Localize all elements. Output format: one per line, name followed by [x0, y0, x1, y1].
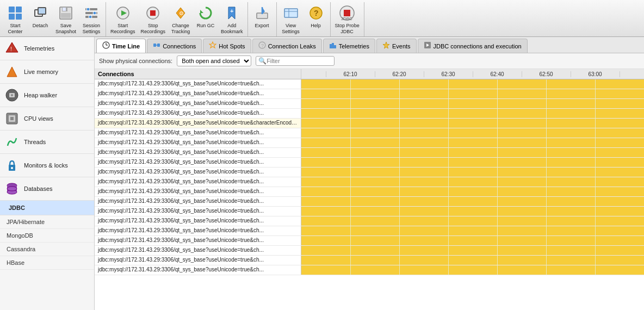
conn-bar [301, 148, 644, 157]
table-row[interactable]: jdbc:mysql://172.31.43.29:3306/qt_sys_ba… [95, 226, 644, 236]
session-settings-label: SessionSettings [83, 23, 101, 35]
time-marker-1: 62:10 [326, 71, 375, 77]
view-settings-button[interactable]: ViewSettings [279, 3, 303, 36]
svg-text:?: ? [314, 9, 319, 17]
sidebar-item-jpa-hibernate[interactable]: JPA/Hibernate [0, 215, 94, 229]
sidebar-item-live-memory[interactable]: Live memory [0, 60, 94, 84]
sidebar-telemetries-label: Telemetries [24, 45, 54, 52]
filter-select[interactable]: Both open and closed Open only Closed on… [177, 55, 251, 66]
time-marker-4: 62:40 [473, 71, 522, 77]
conn-bar-area [301, 197, 644, 206]
sidebar-mongodb-label: MongoDB [7, 232, 33, 239]
tab-hot-spots[interactable]: Hot Spots [203, 39, 251, 53]
tabs-bar: Time Line Connections Ho [95, 37, 644, 53]
tab-connections[interactable]: Connections [147, 39, 202, 53]
jdbc-exec-tab-icon [424, 41, 431, 51]
table-row[interactable]: jdbc:mysql://172.31.43.29:3306/qt_sys_ba… [95, 89, 644, 99]
table-row[interactable]: jdbc:mysql://172.31.43.29:3306/qt_sys_ba… [95, 177, 644, 187]
conn-bar [301, 226, 644, 235]
stop-recordings-button[interactable]: StopRecordings [139, 3, 168, 36]
table-row[interactable]: jdbc:mysql://172.31.43.29:3306/qt_sys_ba… [95, 128, 644, 138]
table-row[interactable]: jdbc:mysql://172.31.43.29:3306/qt_sys_ba… [95, 197, 644, 207]
svg-marker-57 [209, 42, 216, 48]
toolbar: StartCenter Detach [0, 0, 644, 37]
table-row[interactable]: jdbc:mysql://172.31.43.29:3306/qt_sys_ba… [95, 246, 644, 256]
table-row[interactable]: jdbc:mysql://172.31.43.29:3306/qt_sys_ba… [95, 236, 644, 246]
run-gc-icon [197, 4, 214, 22]
export-button[interactable]: Export [250, 3, 274, 34]
table-row[interactable]: jdbc:mysql://172.31.43.29:3306/qt_sys_ba… [95, 168, 644, 177]
tab-connection-leaks-label: Connection Leaks [268, 43, 316, 49]
add-bookmark-icon: + [223, 4, 240, 22]
conn-bar [301, 158, 644, 167]
detach-icon [32, 4, 49, 22]
table-row[interactable]: jdbc:mysql://172.31.43.29:3306/qt_sys_ba… [95, 109, 644, 119]
connections-table[interactable]: Connections 62:10 62:20 62:30 62:40 62:5… [95, 69, 644, 310]
table-row[interactable]: jdbc:mysql://172.31.43.29:3306/qt_sys_ba… [95, 265, 644, 275]
change-tracking-label: ChangeTracking [171, 23, 190, 35]
conn-bar-area [301, 119, 644, 128]
sidebar-item-hbase[interactable]: HBase [0, 256, 94, 270]
svg-point-14 [86, 8, 90, 11]
tab-events-label: Events [392, 43, 411, 49]
tab-jdbc-exec[interactable]: JDBC connections and execution [418, 39, 528, 53]
help-button[interactable]: ? Help [304, 3, 328, 36]
tab-timeline-label: Time Line [112, 43, 140, 49]
svg-rect-34 [344, 10, 350, 16]
sidebar-item-monitors-locks[interactable]: Monitors & locks [0, 154, 94, 177]
table-row[interactable]: jdbc:mysql://172.31.43.29:3306/qt_sys_ba… [95, 119, 644, 128]
sidebar-item-heap-walker[interactable]: Heap walker [0, 84, 94, 107]
sidebar-live-memory-label: Live memory [24, 69, 58, 75]
conn-bar [301, 128, 644, 138]
tab-connection-leaks[interactable]: ? Connection Leaks [252, 39, 322, 53]
conn-label: jdbc:mysql://172.31.43.29:3306/qt_sys_ba… [95, 187, 301, 196]
table-row[interactable]: jdbc:mysql://172.31.43.29:3306/qt_sys_ba… [95, 138, 644, 148]
sidebar-item-cassandra[interactable]: Cassandra [0, 243, 94, 256]
tab-connections-label: Connections [163, 43, 196, 49]
table-row[interactable]: jdbc:mysql://172.31.43.29:3306/qt_sys_ba… [95, 187, 644, 197]
table-row[interactable]: jdbc:mysql://172.31.43.29:3306/qt_sys_ba… [95, 99, 644, 109]
stop-probe-jdbc-button[interactable]: JDBC Stop ProbeJDBC [333, 3, 362, 36]
table-row[interactable]: jdbc:mysql://172.31.43.29:3306/qt_sys_ba… [95, 148, 644, 158]
table-row[interactable]: jdbc:mysql://172.31.43.29:3306/qt_sys_ba… [95, 79, 644, 89]
conn-bar [301, 187, 644, 196]
save-snapshot-button[interactable]: SaveSnapshot [53, 3, 78, 36]
sidebar-item-threads[interactable]: Threads [0, 131, 94, 154]
svg-point-50 [7, 187, 17, 191]
tab-events[interactable]: Events [376, 39, 417, 53]
tab-timeline[interactable]: Time Line [96, 39, 146, 53]
detach-button[interactable]: Detach [28, 3, 52, 36]
conn-bar [301, 79, 644, 89]
sidebar-item-cpu-views[interactable]: CPU views [0, 107, 94, 131]
conn-label: jdbc:mysql://172.31.43.29:3306/qt_sys_ba… [95, 226, 301, 235]
sidebar-item-mongodb[interactable]: MongoDB [0, 229, 94, 243]
start-recordings-label: StartRecordings [110, 23, 135, 35]
start-recordings-button[interactable]: StartRecordings [108, 3, 138, 36]
table-body: jdbc:mysql://172.31.43.29:3306/qt_sys_ba… [95, 79, 644, 275]
conn-bar [301, 168, 644, 177]
conn-label: jdbc:mysql://172.31.43.29:3306/qt_sys_ba… [95, 79, 301, 89]
table-row[interactable]: jdbc:mysql://172.31.43.29:3306/qt_sys_ba… [95, 216, 644, 226]
conn-label: jdbc:mysql://172.31.43.29:3306/qt_sys_ba… [95, 177, 301, 187]
start-center-button[interactable]: StartCenter [3, 3, 27, 36]
sidebar-item-jdbc[interactable]: JDBC [0, 201, 94, 215]
conn-label: jdbc:mysql://172.31.43.29:3306/qt_sys_ba… [95, 216, 301, 226]
session-settings-button[interactable]: SessionSettings [79, 3, 103, 36]
tab-telemetries-label: Telemetries [339, 43, 369, 49]
table-row[interactable]: jdbc:mysql://172.31.43.29:3306/qt_sys_ba… [95, 207, 644, 216]
tab-telemetries[interactable]: Telemetries [323, 39, 375, 53]
sidebar-item-telemetries[interactable]: ! Telemetries [0, 37, 94, 60]
sidebar-item-databases[interactable]: Databases [0, 177, 94, 201]
svg-marker-38 [7, 67, 17, 77]
add-bookmark-button[interactable]: + AddBookmark [219, 3, 245, 36]
svg-point-46 [11, 167, 13, 169]
svg-rect-28 [284, 9, 298, 17]
filter-input[interactable] [267, 58, 332, 64]
change-tracking-button[interactable]: ⚙ ChangeTracking [169, 3, 193, 36]
conn-bar-area [301, 168, 644, 177]
conn-bar [301, 109, 644, 118]
run-gc-button[interactable]: Run GC [194, 3, 218, 36]
sidebar-monitors-locks-label: Monitors & locks [24, 162, 68, 169]
table-row[interactable]: jdbc:mysql://172.31.43.29:3306/qt_sys_ba… [95, 158, 644, 168]
table-row[interactable]: jdbc:mysql://172.31.43.29:3306/qt_sys_ba… [95, 256, 644, 265]
